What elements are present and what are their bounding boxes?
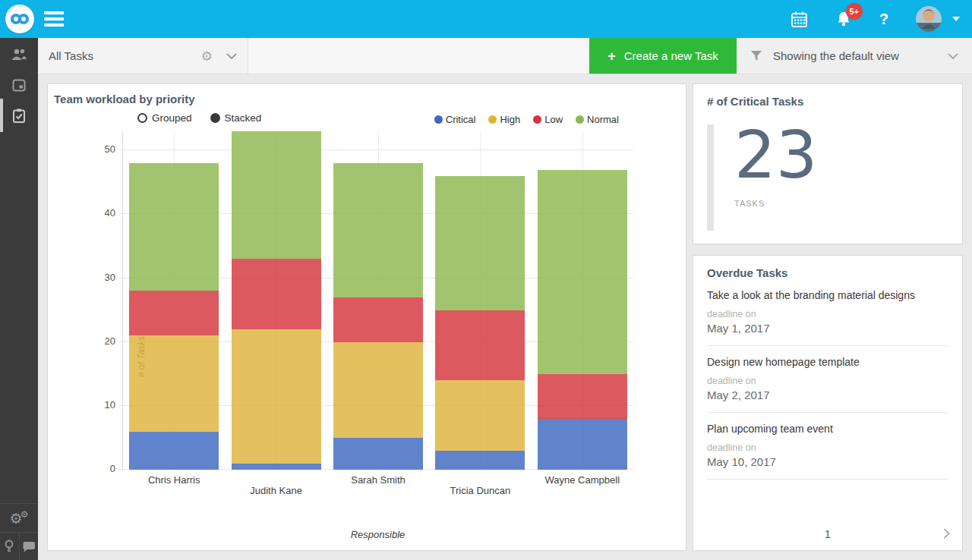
legend-dot — [434, 115, 443, 124]
task-title: Plan upcoming team event — [707, 423, 948, 435]
chevron-down-icon[interactable] — [226, 53, 237, 59]
chevron-down-icon[interactable] — [948, 53, 958, 59]
x-category-label: Chris Harris — [123, 474, 225, 486]
deadline-date: May 10, 2017 — [707, 455, 948, 468]
radio-stacked[interactable]: Stacked — [210, 112, 262, 124]
sidebar-item-tasks[interactable] — [0, 100, 38, 131]
legend-item[interactable]: High — [488, 114, 520, 125]
y-tick-label: 0 — [85, 463, 115, 474]
x-category-label: Judith Kane — [225, 485, 327, 496]
overdue-task-item[interactable]: Plan upcoming team eventdeadline onMay 1… — [707, 413, 948, 480]
people-icon — [11, 48, 27, 61]
legend-item[interactable]: Critical — [434, 114, 476, 125]
sidebar-ideas[interactable] — [0, 533, 20, 560]
user-menu-caret-icon[interactable] — [952, 17, 960, 21]
view-selector[interactable]: All Tasks ⚙ — [38, 38, 248, 74]
legend-dot — [533, 115, 541, 124]
page-number[interactable]: 1 — [693, 527, 962, 540]
y-tick-label: 50 — [85, 143, 115, 155]
radio-circle-icon — [210, 113, 220, 123]
critical-tasks-unit: TASKS — [734, 199, 817, 208]
critical-tasks-count: 23 — [734, 124, 817, 187]
y-tick-label: 10 — [85, 399, 115, 411]
sidebar-item-people[interactable] — [0, 39, 38, 70]
view-filter-label: Showing the default view — [773, 49, 899, 62]
bar-segment-normal[interactable] — [129, 163, 219, 291]
bar-segment-high[interactable] — [129, 335, 219, 431]
y-tick-label: 20 — [85, 335, 115, 347]
bar-segment-normal[interactable] — [333, 163, 423, 297]
toolbar: All Tasks ⚙ + Create a new Task Showing … — [38, 38, 972, 74]
task-title: Take a look at the branding material des… — [707, 289, 948, 301]
legend-dot — [488, 115, 497, 124]
y-tick-label: 30 — [85, 272, 115, 283]
sidebar-settings[interactable]: ⚙⚙ — [0, 503, 38, 532]
chart-title: Team workload by priority — [54, 93, 195, 105]
radio-label: Stacked — [225, 112, 262, 124]
toolbar-spacer — [248, 38, 589, 74]
top-bar: 5+ ? — [0, 0, 972, 38]
bar-segment-high[interactable] — [333, 342, 423, 438]
chat-bubble-icon — [22, 541, 35, 552]
sidebar-item-calendar[interactable] — [0, 70, 38, 100]
chart-mode-toggle: GroupedStacked — [137, 112, 261, 124]
bar-segment-high[interactable] — [435, 380, 525, 451]
avatar[interactable] — [916, 6, 942, 32]
right-panel: # of Critical Tasks 23 TASKS Overdue Tas… — [693, 83, 963, 551]
view-filter[interactable]: Showing the default view — [737, 38, 972, 74]
x-category-label: Tricia Duncan — [429, 485, 531, 496]
bar-segment-high[interactable] — [232, 329, 321, 464]
overdue-task-item[interactable]: Take a look at the branding material des… — [707, 279, 948, 346]
deadline-date: May 1, 2017 — [707, 322, 948, 335]
notification-badge: 5+ — [846, 3, 863, 20]
bar-segment-low[interactable] — [129, 291, 219, 335]
bar-segment-critical[interactable] — [232, 464, 321, 470]
bar-segment-normal[interactable] — [435, 176, 525, 310]
create-task-label: Create a new Task — [624, 49, 718, 62]
help-icon[interactable]: ? — [879, 11, 888, 28]
bar-segment-normal[interactable] — [538, 170, 627, 374]
bar-segment-low[interactable] — [333, 297, 423, 342]
app-logo[interactable] — [5, 5, 34, 33]
x-category-label: Wayne Campbell — [532, 474, 633, 486]
bar-segment-low[interactable] — [435, 310, 525, 381]
bar-segment-critical[interactable] — [333, 438, 423, 470]
y-tick-label: 40 — [85, 207, 115, 219]
bar-segment-normal[interactable] — [232, 131, 321, 259]
h-gridline — [118, 149, 633, 150]
bar-segment-critical[interactable] — [435, 451, 525, 470]
kpi-accent-bar — [707, 124, 714, 231]
bar-segment-critical[interactable] — [538, 419, 627, 470]
bar-segment-critical[interactable] — [129, 432, 219, 470]
create-task-button[interactable]: + Create a new Task — [589, 38, 737, 74]
bar-segment-low[interactable] — [538, 374, 627, 419]
overdue-task-item[interactable]: Design new homepage templatedeadline onM… — [707, 346, 948, 413]
sidebar-chat[interactable] — [20, 533, 39, 560]
lightbulb-icon — [5, 540, 14, 553]
legend-label: High — [500, 114, 520, 125]
x-category-label: Sarah Smith — [327, 474, 429, 486]
calendar-icon[interactable] — [791, 11, 808, 28]
menu-icon[interactable] — [44, 8, 64, 30]
legend-item[interactable]: Normal — [576, 114, 619, 125]
filter-funnel-icon — [750, 51, 762, 61]
bar-segment-low[interactable] — [232, 259, 321, 329]
radio-label: Grouped — [152, 112, 192, 124]
clipboard-check-icon — [11, 108, 27, 124]
legend-label: Low — [544, 114, 563, 125]
legend-item[interactable]: Low — [533, 114, 563, 125]
legend-dot — [576, 115, 584, 124]
notifications-icon[interactable]: 5+ — [835, 11, 852, 27]
deadline-date: May 2, 2017 — [707, 389, 948, 401]
chart-plot-area: # of Tasks 01020304050Chris HarrisJudith… — [122, 131, 633, 470]
x-axis-title: Responsible — [122, 529, 633, 540]
critical-card-title: # of Critical Tasks — [707, 95, 948, 108]
infinity-logo-icon — [10, 12, 30, 26]
gear-small-icon: ⚙ — [21, 509, 29, 520]
deadline-label: deadline on — [707, 442, 948, 453]
view-settings-gear-icon[interactable]: ⚙ — [201, 49, 213, 64]
pagination: 1 — [693, 527, 962, 543]
radio-grouped[interactable]: Grouped — [137, 112, 192, 124]
main-area: Team workload by priority GroupedStacked… — [38, 74, 972, 560]
next-page-button[interactable] — [943, 528, 950, 542]
